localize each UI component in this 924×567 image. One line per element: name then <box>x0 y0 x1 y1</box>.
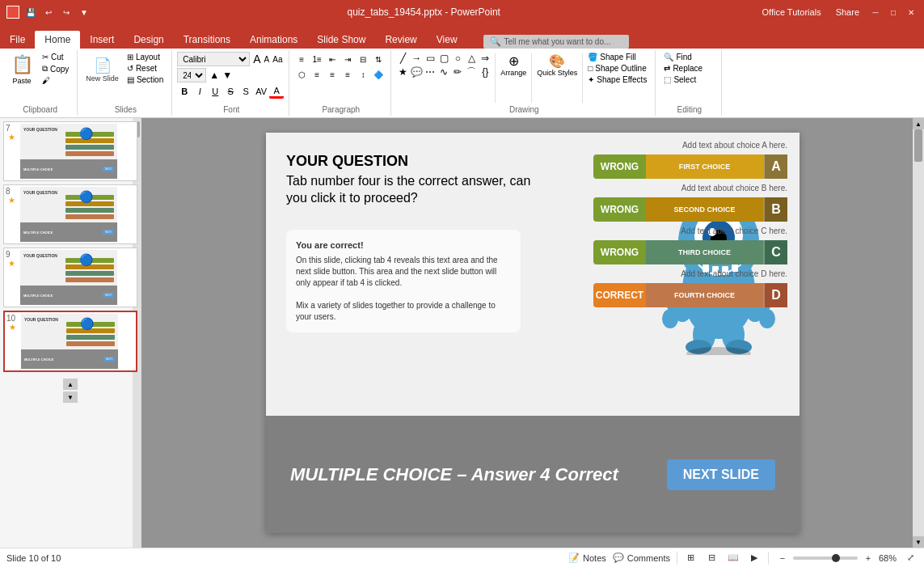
share-btn[interactable]: Share <box>831 6 864 19</box>
window-maximize-btn[interactable]: □ <box>887 6 900 19</box>
slide-thumb-8[interactable]: 8 ★ YOUR QUESTION 🔵 <box>3 184 137 244</box>
choice-row-d[interactable]: CORRECT FOURTH CHOICE D <box>593 283 787 307</box>
slide-sorter-btn[interactable]: ⊟ <box>705 551 719 565</box>
italic-button[interactable]: I <box>192 84 207 99</box>
text-direction-button[interactable]: ⇅ <box>371 52 386 66</box>
new-slide-button[interactable]: 📄 New Slide <box>82 52 122 87</box>
shape-line[interactable]: ╱ <box>396 52 409 65</box>
fit-window-btn[interactable]: ⤢ <box>903 551 918 565</box>
ribbon-search[interactable]: 🔍 Tell me what you want to do... <box>483 35 629 49</box>
shape-outline-button[interactable]: □ Shape Outline <box>584 63 650 74</box>
shape-oval[interactable]: ○ <box>451 52 464 65</box>
columns-button[interactable]: ⊟ <box>356 52 370 66</box>
tab-home[interactable]: Home <box>35 31 80 49</box>
tab-view[interactable]: View <box>427 31 467 49</box>
tab-file[interactable]: File <box>0 31 35 49</box>
comments-btn[interactable]: 💬 Comments <box>613 552 670 563</box>
shape-connector[interactable]: ⌒ <box>465 66 478 78</box>
arrange-button[interactable]: ⊕ Arrange <box>497 52 530 78</box>
shape-curve[interactable]: ∿ <box>437 66 450 78</box>
font-decrease-btn[interactable]: A <box>264 55 270 64</box>
copy-button[interactable]: ⧉Copy <box>39 63 72 74</box>
bold-button[interactable]: B <box>177 84 192 99</box>
section-button[interactable]: ▤ Section <box>124 74 167 85</box>
align-center-button[interactable]: ≡ <box>310 67 324 82</box>
shape-star[interactable]: ★ <box>396 66 409 78</box>
undo-btn[interactable]: ↩ <box>42 6 55 19</box>
tab-review[interactable]: Review <box>375 31 426 49</box>
slide-thumb-10[interactable]: 10 ★ YOUR QUESTION 🔵 <box>3 311 137 372</box>
sidebar-scroll-up[interactable]: ▲ <box>63 379 78 390</box>
next-slide-button[interactable]: NEXT SLIDE <box>667 459 775 490</box>
scroll-up-btn[interactable]: ▲ <box>913 118 924 129</box>
window-close-btn[interactable]: ✕ <box>905 6 918 19</box>
cut-button[interactable]: ✂Cut <box>39 52 72 62</box>
smart-art-button[interactable]: 🔷 <box>371 67 386 82</box>
tab-animations[interactable]: Animations <box>240 31 307 49</box>
find-button[interactable]: 🔍 Find <box>660 52 706 62</box>
select-button[interactable]: ⬚ Select <box>660 74 706 85</box>
replace-button[interactable]: ⇄ Replace <box>660 63 706 74</box>
decrease-indent-button[interactable]: ⇤ <box>325 52 340 66</box>
customize-btn[interactable]: ▼ <box>78 6 91 19</box>
slideshow-btn[interactable]: ▶ <box>747 551 762 565</box>
justify-button[interactable]: ≡ <box>340 67 355 82</box>
paste-button[interactable]: 📋 Paste <box>6 52 37 87</box>
shapes-more[interactable]: ⋯ <box>424 66 437 78</box>
layout-button[interactable]: ⊞ Layout <box>124 52 167 62</box>
normal-view-btn[interactable]: ⊞ <box>684 551 698 565</box>
shadow-button[interactable]: S <box>238 84 253 99</box>
quick-styles-button[interactable]: 🎨 Quick Styles <box>534 52 580 78</box>
shape-rounded-rect[interactable]: ▢ <box>437 52 450 65</box>
font-color-button[interactable]: A <box>269 84 284 99</box>
shape-callout[interactable]: 💬 <box>410 66 423 78</box>
choice-row-b[interactable]: WRONG SECOND CHOICE B <box>593 197 787 222</box>
bullet-list-button[interactable]: ≡ <box>294 52 309 66</box>
underline-button[interactable]: U <box>208 84 222 99</box>
shape-brace[interactable]: {} <box>479 66 492 78</box>
tab-transitions[interactable]: Transitions <box>174 31 240 49</box>
notes-btn[interactable]: 📝 Notes <box>568 552 606 563</box>
shape-right-arrow[interactable]: ⇒ <box>479 52 492 65</box>
tab-slideshow[interactable]: Slide Show <box>307 31 375 49</box>
office-tutorials-btn[interactable]: Office Tutorials <box>757 6 825 19</box>
font-size-select[interactable]: 24 <box>177 68 206 83</box>
zoom-out-btn[interactable]: − <box>775 551 790 565</box>
choice-row-a[interactable]: WRONG FIRST CHOICE A <box>593 154 787 179</box>
align-right-button[interactable]: ≡ <box>325 67 340 82</box>
shape-fill-button[interactable]: 🪣 Shape Fill <box>584 52 650 62</box>
mini-label-10: MULTIPLE CHOICE <box>24 358 53 362</box>
reset-button[interactable]: ↺ Reset <box>124 63 167 74</box>
strikethrough-button[interactable]: S <box>223 84 238 99</box>
increase-indent-button[interactable]: ⇥ <box>340 52 355 66</box>
shape-effects-button[interactable]: ✦ Shape Effects <box>584 74 650 85</box>
char-spacing-button[interactable]: AV <box>254 84 268 99</box>
slide-thumb-7[interactable]: 7 ★ YOUR QUESTION 🔵 <box>3 121 137 181</box>
font-size-increase-btn[interactable]: ▲ <box>209 70 219 81</box>
font-increase-btn[interactable]: A <box>253 53 260 66</box>
tab-insert[interactable]: Insert <box>80 31 124 49</box>
redo-btn[interactable]: ↪ <box>60 6 73 19</box>
line-spacing-button[interactable]: ↕ <box>356 67 370 82</box>
font-clear-btn[interactable]: Aa <box>272 55 282 64</box>
window-minimize-btn[interactable]: ─ <box>869 6 882 19</box>
zoom-slider[interactable] <box>793 556 858 560</box>
scroll-down-btn[interactable]: ▼ <box>913 536 924 548</box>
numbered-list-button[interactable]: 1≡ <box>310 52 324 66</box>
font-size-decrease-btn[interactable]: ▼ <box>222 70 232 81</box>
slide-thumb-9[interactable]: 9 ★ YOUR QUESTION 🔵 <box>3 248 137 307</box>
zoom-in-btn[interactable]: + <box>861 551 875 565</box>
shape-triangle[interactable]: △ <box>465 52 478 65</box>
shape-rect[interactable]: ▭ <box>424 52 437 65</box>
vertical-scrollbar[interactable]: ▲ ▼ <box>913 118 924 548</box>
sidebar-scroll-down[interactable]: ▼ <box>63 391 78 403</box>
reading-view-btn[interactable]: 📖 <box>726 551 740 565</box>
align-left-button[interactable]: ⬡ <box>294 67 309 82</box>
shape-arrow[interactable]: → <box>410 52 423 65</box>
shape-freeform[interactable]: ✏ <box>451 66 464 78</box>
font-family-select[interactable]: Calibri <box>177 52 250 66</box>
save-btn[interactable]: 💾 <box>24 6 37 19</box>
choice-row-c[interactable]: WRONG THIRD CHOICE C <box>593 240 787 264</box>
format-painter-button[interactable]: 🖌 <box>39 75 72 86</box>
tab-design[interactable]: Design <box>124 31 173 49</box>
